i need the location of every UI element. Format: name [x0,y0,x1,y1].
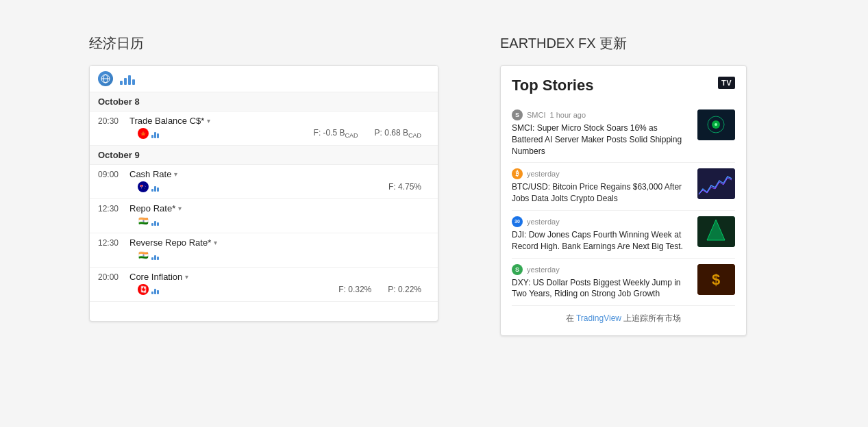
news-source-smci: S SMCI 1 hour ago [512,109,691,120]
top-stories-title: Top Stories [512,77,593,94]
svg-point-6 [715,123,717,126]
news-thumb-btc [697,168,735,199]
previous-core-inflation: P: 0.22% [388,285,421,294]
mini-bar-core-inflation [151,285,159,294]
globe-icon[interactable] [98,71,113,86]
news-thumb-smci [697,109,735,140]
news-widget: Top Stories TV S SMCI 1 hour ago SMCI: S… [500,65,747,336]
event-time-trade-balance: 20:30 [98,116,124,126]
flag-ca-inflation: 🇨🇦 [138,284,149,295]
news-headline-smci: SMCI: Super Micro Stock Soars 16% as Bat… [512,122,691,157]
event-name-repo-rate[interactable]: Repo Rate* ▾ [129,203,182,214]
news-item-btc[interactable]: ₿ yesterday BTC/USD: Bitcoin Price Regai… [512,163,735,211]
chevron-icon-2: ▾ [174,170,177,178]
flag-au: 🇦🇺 [138,181,149,192]
news-content-dxy: S yesterday DXY: US Dollar Posts Biggest… [512,264,691,300]
source-badge-btc: ₿ [512,168,523,179]
news-widget-header: Top Stories TV [512,77,735,94]
news-headline-dji: DJI: Dow Jones Caps Fourth Winning Week … [512,229,691,253]
forecast-cash-rate: F: 4.75% [388,182,421,192]
news-content-dji: 30 yesterday DJI: Dow Jones Caps Fourth … [512,216,691,253]
previous-trade-balance: P: 0.68 BCAD [375,128,421,139]
chevron-icon: ▾ [207,117,210,125]
source-time-dxy: yesterday [527,266,560,274]
news-thumb-dxy: $ [697,264,735,295]
right-panel: EARTHDEX FX 更新 Top Stories TV S SMCI 1 h… [500,34,747,336]
news-item-dji[interactable]: 30 yesterday DJI: Dow Jones Caps Fourth … [512,211,735,259]
forecast-trade-balance: F: -0.5 BCAD [314,128,358,139]
event-cash-rate: 09:00 Cash Rate ▾ 🇦🇺 F: 4.75% [90,165,438,199]
news-item-dxy[interactable]: S yesterday DXY: US Dollar Posts Biggest… [512,259,735,307]
forecast-core-inflation: F: 0.32% [338,285,371,294]
event-repo-rate: 12:30 Repo Rate* ▾ 🇮🇳 [90,199,438,233]
chevron-icon-3: ▾ [178,205,182,212]
mini-bar-trade-balance [151,129,159,138]
event-flags-reverse-repo: 🇮🇳 [98,248,430,263]
calendar-scrollable[interactable]: October 8 20:30 Trade Balance C$* ▾ 🍁 [90,92,438,319]
svg-text:$: $ [712,271,720,288]
news-source-dji: 30 yesterday [512,216,691,227]
mini-bar-reverse-repo [151,250,159,260]
event-flags-cash-rate: 🇦🇺 F: 4.75% [98,179,430,194]
event-name-cash-rate[interactable]: Cash Rate ▾ [129,169,177,179]
event-name-trade-balance[interactable]: Trade Balance C$* ▾ [129,116,210,126]
left-section-title: 经济日历 [89,34,445,53]
event-flags-repo-rate: 🇮🇳 [98,214,430,229]
news-headline-btc: BTC/USD: Bitcoin Price Regains $63,000 A… [512,181,691,205]
tradingview-logo: TV [718,77,735,89]
event-time-cash-rate: 09:00 [98,170,124,179]
news-source-btc: ₿ yesterday [512,168,691,179]
event-flags-core-inflation: 🇨🇦 F: 0.32% P: 0.22% [98,282,430,297]
event-time-core-inflation: 20:00 [98,272,124,282]
fx-section-title: EARTHDEX FX 更新 [500,34,747,53]
source-time-btc: yesterday [527,170,560,178]
mini-bar-repo-rate [151,216,159,226]
news-content-smci: S SMCI 1 hour ago SMCI: Super Micro Stoc… [512,109,691,157]
bar-chart-icon[interactable] [120,73,135,85]
flag-in-repo: 🇮🇳 [138,216,149,227]
event-time-reverse-repo: 12:30 [98,238,124,248]
flag-ca: 🍁 [138,128,149,139]
chevron-icon-4: ▾ [214,239,217,246]
event-name-reverse-repo[interactable]: Reverse Repo Rate* ▾ [129,237,217,248]
news-content-btc: ₿ yesterday BTC/USD: Bitcoin Price Regai… [512,168,691,205]
mini-bar-cash-rate [151,182,159,192]
source-name-smci: SMCI [527,111,546,119]
left-panel: 经济日历 October 8 [89,34,445,322]
event-name-core-inflation[interactable]: Core Inflation ▾ [129,272,188,282]
source-time-smci: 1 hour ago [550,111,586,119]
news-thumb-dji [697,216,735,247]
source-badge-dxy: S [512,264,523,275]
calendar-header [90,66,438,92]
event-flags-trade-balance: 🍁 F: -0.5 BCAD P: 0.68 BCAD [98,126,430,141]
date-header-oct9: October 9 [90,146,438,165]
tradingview-footer[interactable]: 在 TradingView 上追踪所有市场 [512,306,735,324]
event-reverse-repo-rate: 12:30 Reverse Repo Rate* ▾ 🇮🇳 [90,233,438,268]
date-header-oct8: October 8 [90,92,438,112]
chevron-icon-5: ▾ [185,273,188,281]
event-core-inflation: 20:00 Core Inflation ▾ 🇨🇦 F: 0.32% P: 0.… [90,268,438,302]
svg-rect-7 [697,168,735,199]
event-trade-balance: 20:30 Trade Balance C$* ▾ 🍁 F: -0.5 BCAD… [90,112,438,146]
news-source-dxy: S yesterday [512,264,691,275]
tradingview-link[interactable]: TradingView [576,313,621,323]
source-badge-smci: S [512,109,523,120]
news-headline-dxy: DXY: US Dollar Posts Biggest Weekly Jump… [512,277,691,300]
source-badge-dji: 30 [512,216,523,227]
calendar-widget: October 8 20:30 Trade Balance C$* ▾ 🍁 [89,65,438,322]
news-item-smci[interactable]: S SMCI 1 hour ago SMCI: Super Micro Stoc… [512,104,735,163]
event-time-repo-rate: 12:30 [98,204,124,214]
flag-in-reverse-repo: 🇮🇳 [138,250,149,261]
source-time-dji: yesterday [527,218,560,226]
